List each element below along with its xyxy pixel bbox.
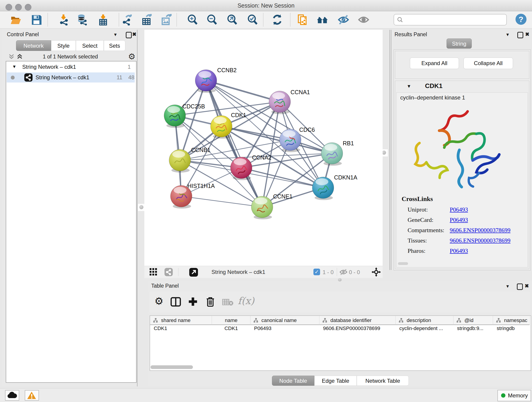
card-collapse-triangle-icon[interactable]: ▼	[407, 84, 411, 89]
export-table-icon[interactable]	[141, 14, 152, 26]
column-header-name[interactable]: name	[212, 316, 250, 325]
table-panel-maximize-icon[interactable]	[517, 283, 523, 290]
node-label: CDC25B	[182, 103, 205, 109]
zoom-selected-icon[interactable]	[247, 14, 258, 26]
expand-all-button[interactable]: Expand All	[410, 57, 459, 69]
search-input[interactable]	[394, 14, 507, 26]
results-panel-float-icon[interactable]: ▾	[506, 32, 509, 38]
refresh-icon[interactable]	[272, 14, 283, 26]
network-node-hist1h1a[interactable]: HIST1H1A	[171, 183, 215, 209]
network-node-cdk1[interactable]: CDK1	[210, 112, 246, 139]
results-panel-maximize-icon[interactable]	[517, 32, 523, 38]
zoom-in-icon[interactable]	[187, 14, 198, 26]
table-settings-gear-icon[interactable]: ⚙	[154, 295, 163, 307]
network-node-ccna2[interactable]: CCNA2	[230, 154, 272, 180]
crosslink-link[interactable]: P06493	[450, 248, 468, 254]
copy-network-icon[interactable]	[297, 14, 308, 26]
column-header-canonical-name[interactable]: canonical name	[250, 316, 319, 325]
column-header-description[interactable]: description	[396, 316, 453, 325]
save-session-icon[interactable]	[31, 14, 42, 26]
grid-view-icon[interactable]	[149, 268, 157, 276]
network-edge[interactable]	[241, 168, 323, 188]
network-edge[interactable]	[181, 196, 262, 207]
network-edge[interactable]	[206, 80, 280, 102]
show-columns-icon[interactable]	[171, 297, 181, 307]
collection-expand-triangle-icon[interactable]: ▼	[12, 64, 17, 69]
column-header-@id[interactable]: @id	[453, 316, 493, 325]
collapse-all-button[interactable]: Collapse All	[463, 57, 513, 69]
home-view-icon[interactable]	[317, 14, 328, 26]
fit-content-crosshair-icon[interactable]	[372, 268, 381, 277]
add-column-icon[interactable]	[188, 297, 198, 307]
import-database-icon[interactable]	[76, 14, 88, 26]
gear-icon[interactable]: ⚙	[128, 52, 135, 61]
network-node-ccnb1[interactable]: CCNB1	[169, 147, 210, 172]
column-header-database-identifier[interactable]: database identifier	[319, 316, 396, 325]
show-all-icon[interactable]	[358, 14, 369, 26]
network-row-selected[interactable]: String Network – cdk1 11 48	[7, 72, 135, 83]
table-cell[interactable]: 9606.ENSP00000378699	[323, 325, 380, 332]
crosslink-link[interactable]: P06493	[450, 206, 468, 213]
table-panel-float-icon[interactable]: ▾	[506, 283, 509, 289]
table-cell[interactable]: stringdb:9...	[457, 325, 483, 332]
table-cell[interactable]: CDK1	[154, 325, 167, 332]
tab-sets[interactable]: Sets	[104, 40, 125, 51]
tab-style[interactable]: Style	[51, 40, 76, 51]
crosslink-label: Tissues:	[408, 237, 427, 244]
node-label: CCNA1	[291, 89, 310, 95]
network-node-ccnb2[interactable]: CCNB2	[195, 67, 237, 93]
hide-selected-icon[interactable]	[338, 14, 349, 26]
tab-network[interactable]: Network	[16, 40, 51, 51]
import-table-icon[interactable]	[97, 14, 109, 26]
crosslink-link[interactable]: 9606.ENSP00000378699	[450, 227, 510, 234]
toolbar-separator	[177, 13, 177, 26]
export-network-icon[interactable]	[121, 14, 133, 26]
table-panel-close-icon[interactable]: ✖	[525, 283, 529, 289]
network-node-ccna1[interactable]: CCNA1	[269, 89, 310, 114]
help-button[interactable]: ?	[515, 14, 526, 25]
export-image-icon[interactable]	[160, 14, 172, 26]
protein-structure-image	[410, 104, 504, 193]
column-header-shared-name[interactable]: shared name	[150, 316, 212, 325]
column-header-namespac[interactable]: namespac	[493, 316, 530, 325]
share-view-icon[interactable]	[165, 268, 173, 276]
network-node-ccne1[interactable]: CCNE1	[251, 193, 293, 219]
control-panel-float-icon[interactable]: ▾	[114, 32, 117, 38]
results-panel-close-icon[interactable]: ✖	[525, 32, 529, 37]
horizontal-scrollbar-thumb[interactable]	[151, 365, 193, 369]
crosslink-link[interactable]: 9606.ENSP00000378699	[450, 237, 510, 244]
tab-edge-table[interactable]: Edge Table	[314, 376, 357, 386]
mini-scrollbar[interactable]	[398, 262, 408, 265]
network-selection-summary: 1 of 1 Network selected	[2, 54, 139, 60]
table-cell[interactable]: cyclin-dependent ...	[399, 325, 443, 332]
bottom-splitter-handle[interactable]	[338, 278, 342, 281]
open-session-icon[interactable]	[10, 14, 22, 26]
selected-checkbox-icon[interactable]: ✓	[313, 269, 320, 275]
crosslink-label: GeneCard:	[408, 217, 433, 223]
cloud-button[interactable]	[5, 390, 19, 401]
tab-node-table[interactable]: Node Table	[272, 376, 314, 386]
network-node-cdc25b[interactable]: CDC25B	[164, 103, 205, 128]
import-network-icon[interactable]	[58, 14, 69, 26]
open-in-window-icon[interactable]	[189, 268, 198, 277]
network-node-rb1[interactable]: RB1	[321, 140, 354, 166]
control-panel-close-icon[interactable]: ✖	[132, 32, 136, 37]
tab-select[interactable]: Select	[76, 40, 104, 51]
tab-network-table[interactable]: Network Table	[357, 376, 409, 386]
title-bar: Session: New Session	[0, 0, 532, 11]
table-toolbar: ⚙ f(x)	[149, 292, 530, 313]
zoom-fit-icon[interactable]	[226, 14, 238, 26]
network-node-cdkn1a[interactable]: CDKN1A	[312, 174, 357, 200]
table-cell[interactable]: CDK1	[212, 325, 250, 332]
memory-button[interactable]: Memory	[497, 390, 531, 401]
table-cell[interactable]: P06493	[254, 325, 272, 332]
table-cell[interactable]: stringdb	[497, 325, 515, 332]
control-panel-maximize-icon[interactable]	[126, 32, 132, 38]
delete-column-trash-icon[interactable]	[206, 297, 215, 307]
network-canvas[interactable]: CCNB2CCNA1CDC25BCDK1CDC6RB1CCNB1CCNA2CDK…	[144, 30, 383, 266]
tab-string[interactable]: String	[447, 38, 472, 49]
warnings-button[interactable]	[25, 390, 39, 401]
network-collection-row[interactable]: ▼ String Network – cdk1 1	[6, 63, 136, 72]
crosslink-link[interactable]: P06493	[450, 217, 468, 223]
zoom-out-icon[interactable]	[206, 14, 218, 26]
